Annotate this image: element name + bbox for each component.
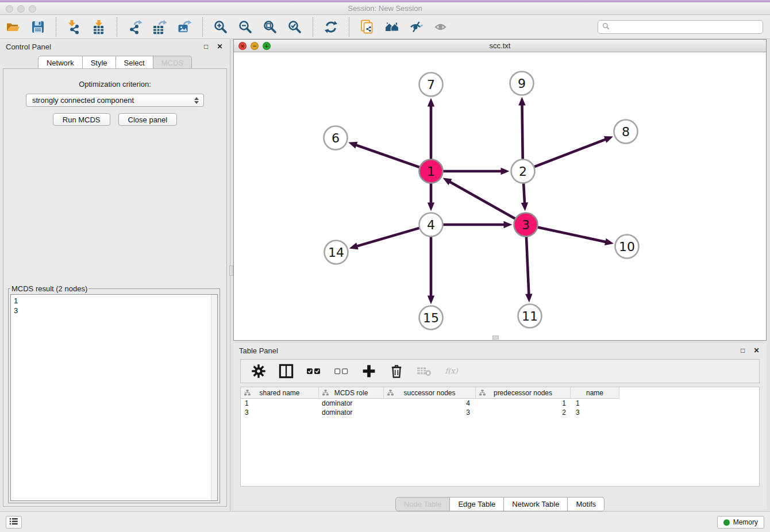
network-resize-grip[interactable] — [492, 336, 499, 340]
close-panel-button-2[interactable]: Close panel — [118, 113, 178, 126]
close-table-panel-button[interactable]: ✕ — [752, 346, 761, 355]
table-panel-title: Table Panel — [239, 346, 278, 355]
table-cell[interactable]: 4 — [384, 399, 476, 407]
criterion-select[interactable]: strongly connected component — [26, 94, 204, 107]
zoom-out-button[interactable] — [236, 18, 255, 36]
zoom-in-button[interactable] — [211, 18, 230, 36]
table-cell[interactable]: 3 — [241, 408, 319, 417]
split-pane-grip[interactable] — [229, 265, 233, 276]
table-header-row: shared nameMCDS rolesuccessor nodesprede… — [241, 387, 759, 399]
table-row[interactable]: 3dominator323 — [241, 408, 759, 417]
hierarchy-icon — [322, 390, 329, 398]
table-cell[interactable]: 3 — [571, 408, 619, 417]
zoom-selected-button[interactable] — [285, 18, 305, 36]
network-canvas[interactable]: 7968124314101511 — [234, 52, 766, 340]
export-table-button[interactable] — [150, 18, 170, 36]
network-file-button[interactable] — [357, 18, 377, 36]
tab-node-table[interactable]: Node Table — [395, 497, 451, 511]
result-scrollbar[interactable] — [211, 295, 217, 500]
table-cell[interactable]: 1 — [241, 399, 319, 407]
mcds-panel: Optimization criterion: strongly connect… — [3, 68, 227, 507]
export-image-button[interactable] — [175, 18, 194, 36]
network-window: ×−+ scc.txt 7968124314101511 — [233, 39, 767, 341]
column-header-name[interactable]: name — [571, 387, 619, 399]
eye-slash-icon — [409, 20, 424, 34]
export-image-icon — [177, 20, 192, 34]
run-mcds-button[interactable]: Run MCDS — [53, 113, 110, 126]
column-label: name — [586, 389, 603, 397]
toolbar-separator — [313, 17, 313, 37]
graph-edge-2-3[interactable] — [523, 183, 525, 206]
table-panel: Table Panel □ ✕ f(x) shared nameMCDS rol… — [233, 343, 767, 510]
column-view-button[interactable] — [279, 364, 294, 379]
graph-edge-4-14[interactable] — [355, 228, 419, 247]
graph-edge-3-10[interactable] — [538, 227, 609, 242]
table-cell[interactable]: dominator — [319, 408, 384, 417]
graph-edge-arrow-icon — [428, 296, 434, 304]
graph-node-6[interactable]: 6 — [324, 126, 348, 150]
table-cell[interactable]: 1 — [571, 399, 619, 407]
graph-node-11[interactable]: 11 — [518, 304, 542, 328]
graph-edge-3-11[interactable] — [526, 237, 529, 297]
graph-edge-2-9[interactable] — [522, 102, 522, 159]
graph-node-9[interactable]: 9 — [510, 72, 534, 95]
graph-node-3[interactable]: 3 — [514, 213, 538, 237]
deselect-all-columns-button[interactable] — [334, 364, 349, 379]
hierarchy-icon — [479, 390, 486, 398]
graph-edge-3-1[interactable] — [448, 180, 515, 218]
network-window-titlebar: ×−+ scc.txt — [234, 40, 766, 52]
mcds-result-box[interactable]: 1 3 — [10, 294, 218, 501]
graph-node-8[interactable]: 8 — [614, 120, 638, 144]
graph-node-4[interactable]: 4 — [419, 213, 443, 237]
search-field[interactable] — [598, 20, 763, 34]
graph-edge-1-6[interactable] — [354, 144, 420, 167]
home-button[interactable] — [382, 18, 402, 36]
float-panel-button[interactable]: □ — [202, 43, 210, 51]
svg-text:1: 1 — [427, 164, 435, 179]
network-graph[interactable]: 7968124314101511 — [234, 52, 766, 340]
zoom-out-icon — [238, 20, 253, 34]
table-options-button[interactable] — [251, 364, 266, 379]
float-table-panel-button[interactable]: □ — [738, 346, 747, 355]
graph-node-15[interactable]: 15 — [419, 306, 443, 330]
table-cell[interactable]: dominator — [319, 399, 384, 407]
panel-list-button[interactable] — [6, 516, 22, 529]
table-row[interactable]: 1dominator411 — [241, 399, 759, 408]
close-panel-button[interactable]: ✕ — [215, 43, 224, 51]
search-input[interactable] — [613, 23, 759, 32]
graph-node-7[interactable]: 7 — [419, 73, 443, 97]
column-header-successor-nodes[interactable]: successor nodes — [384, 387, 476, 399]
node-table[interactable]: shared nameMCDS rolesuccessor nodesprede… — [240, 387, 760, 487]
svg-text:6: 6 — [332, 131, 340, 145]
column-header-mcds-role[interactable]: MCDS role — [319, 387, 384, 399]
graph-node-1[interactable]: 1 — [419, 160, 443, 183]
delete-column-button[interactable] — [389, 364, 404, 379]
graph-node-14[interactable]: 14 — [325, 241, 348, 264]
zoom-fit-button[interactable] — [260, 18, 280, 36]
add-column-button[interactable] — [361, 364, 376, 379]
save-session-button[interactable] — [28, 18, 48, 36]
table-cell[interactable]: 2 — [476, 408, 571, 417]
tab-motifs[interactable]: Motifs — [568, 497, 605, 511]
table-cell[interactable]: 1 — [476, 399, 571, 407]
checked-boxes-icon — [306, 364, 321, 379]
hide-details-button[interactable] — [407, 18, 426, 36]
toolbar-separator — [56, 17, 56, 37]
refresh-button[interactable] — [321, 18, 341, 36]
graph-node-2[interactable]: 2 — [511, 160, 535, 183]
export-network-button[interactable] — [125, 18, 145, 36]
open-file-button[interactable] — [3, 18, 23, 36]
table-cell[interactable]: 3 — [384, 408, 476, 417]
tab-network-table[interactable]: Network Table — [504, 497, 568, 511]
select-all-columns-button[interactable] — [306, 364, 321, 379]
graph-node-10[interactable]: 10 — [615, 235, 639, 259]
import-table-button[interactable] — [89, 18, 109, 36]
tab-edge-table[interactable]: Edge Table — [450, 497, 504, 511]
graph-edge-2-8[interactable] — [534, 138, 608, 167]
control-panel-title: Control Panel — [6, 43, 51, 51]
column-header-predecessor-nodes[interactable]: predecessor nodes — [476, 387, 571, 399]
column-header-shared-name[interactable]: shared name — [241, 387, 319, 399]
memory-button[interactable]: Memory — [717, 516, 764, 529]
svg-text:15: 15 — [423, 311, 439, 325]
import-network-button[interactable] — [64, 18, 84, 36]
